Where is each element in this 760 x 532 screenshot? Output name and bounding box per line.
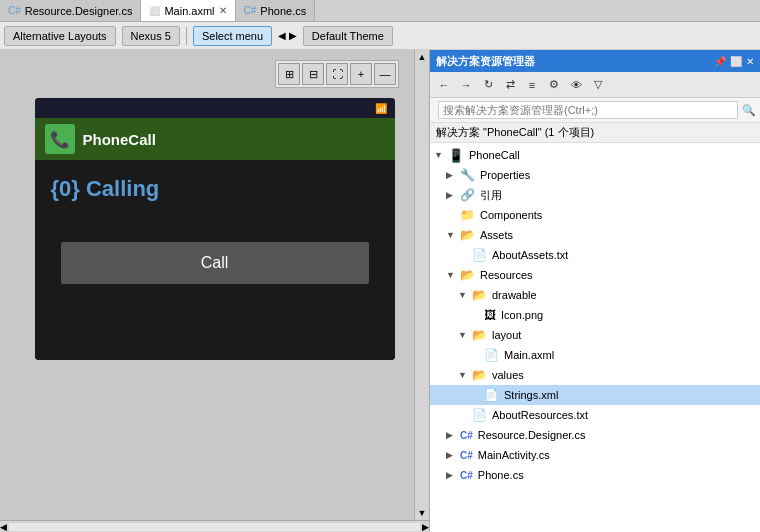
android-status-bar: 📶	[35, 98, 395, 118]
sync-button[interactable]: ⇄	[500, 75, 520, 95]
folder-open-icon: 📂	[472, 368, 487, 382]
tree-item-icon-png[interactable]: ▶ 🖼 Icon.png	[430, 305, 760, 325]
wifi-icon: 📶	[375, 103, 387, 114]
nexus5-button[interactable]: Nexus 5	[122, 26, 180, 46]
preview-overlay-toolbar: ⊞ ⊟ ⛶ + —	[275, 60, 399, 88]
tree-item-phone-cs[interactable]: ▶ C# Phone.cs	[430, 465, 760, 485]
preview-button[interactable]: 👁	[566, 75, 586, 95]
tree-label: Main.axml	[504, 349, 554, 361]
close-button[interactable]: ✕	[746, 56, 754, 67]
folder-open-icon: 📂	[460, 228, 475, 242]
tree-label: 引用	[480, 188, 502, 203]
app-icon: 📞	[45, 124, 75, 154]
window-button[interactable]: ⬜	[730, 56, 742, 67]
tree-item-properties[interactable]: ▶ 🔧 Properties	[430, 165, 760, 185]
add-button[interactable]: +	[350, 63, 372, 85]
horizontal-scrollbar[interactable]: ◀ ▶	[0, 520, 429, 532]
tab-bar: C# Resource.Designer.cs ⬜ Main.axml ✕ C#…	[0, 0, 760, 22]
tree-label: layout	[492, 329, 521, 341]
tree-item-values[interactable]: ▼ 📂 values	[430, 365, 760, 385]
tree-label: AboutAssets.txt	[492, 249, 568, 261]
close-icon[interactable]: ✕	[219, 5, 227, 16]
tree-item-aboutassets[interactable]: ▶ 📄 AboutAssets.txt	[430, 245, 760, 265]
cs-icon: C#	[460, 430, 473, 441]
xml-icon: 📄	[484, 348, 499, 362]
tree-item-drawable[interactable]: ▼ 📂 drawable	[430, 285, 760, 305]
phone-preview: 📶 📞 PhoneCall {0} Calling Call	[0, 50, 429, 520]
designer-panel: ⊞ ⊟ ⛶ + — 📶 📞 PhoneCall	[0, 50, 430, 532]
tree-label: Components	[480, 209, 542, 221]
scroll-right-arrow[interactable]: ▶	[422, 522, 429, 532]
image-icon: 🖼	[484, 308, 496, 322]
minus-button[interactable]: —	[374, 63, 396, 85]
tree-label: MainActivity.cs	[478, 449, 550, 461]
solution-label: 解决方案 "PhoneCall" (1 个项目)	[430, 123, 760, 143]
tree-item-strings-xml[interactable]: ▶ 📄 Strings.xml	[430, 385, 760, 405]
app-title: PhoneCall	[83, 131, 156, 148]
scroll-left-arrow[interactable]: ◀	[0, 522, 7, 532]
txt-icon: 📄	[472, 248, 487, 262]
tree-arrow: ▼	[458, 370, 470, 380]
tree-label: Assets	[480, 229, 513, 241]
call-button[interactable]: Call	[61, 242, 369, 284]
arrow-icon: ◀ ▶	[278, 30, 297, 41]
tree-item-main-axml[interactable]: ▶ 📄 Main.axml	[430, 345, 760, 365]
tree-item-layout[interactable]: ▼ 📂 layout	[430, 325, 760, 345]
refresh-button[interactable]: ↻	[478, 75, 498, 95]
tree-label: Resource.Designer.cs	[478, 429, 586, 441]
tree-item-assets[interactable]: ▼ 📂 Assets	[430, 225, 760, 245]
tab-label: Phone.cs	[260, 5, 306, 17]
tree-arrow: ▼	[458, 290, 470, 300]
tree-item-resources[interactable]: ▼ 📂 Resources	[430, 265, 760, 285]
solution-explorer-title: 解决方案资源管理器	[436, 54, 535, 69]
phone-icon: 📱	[448, 148, 464, 163]
tree-arrow: ▼	[446, 270, 458, 280]
tree-label: Phone.cs	[478, 469, 524, 481]
tree-arrow: ▶	[446, 470, 458, 480]
android-content: {0} Calling Call	[35, 160, 395, 360]
back-button[interactable]: ←	[434, 75, 454, 95]
forward-button[interactable]: →	[456, 75, 476, 95]
fullscreen-button[interactable]: ⛶	[326, 63, 348, 85]
grid-view-button[interactable]: ⊞	[278, 63, 300, 85]
settings-button[interactable]: ⚙	[544, 75, 564, 95]
tree-item-aboutresources[interactable]: ▶ 📄 AboutResources.txt	[430, 405, 760, 425]
tab-phone-cs[interactable]: C# Phone.cs	[236, 0, 316, 21]
search-bar: 🔍	[430, 98, 760, 123]
tree-arrow: ▶	[446, 170, 458, 180]
alternative-layouts-button[interactable]: Alternative Layouts	[4, 26, 116, 46]
tree-arrow: ▶	[446, 430, 458, 440]
properties-button[interactable]: ≡	[522, 75, 542, 95]
tab-main-axml[interactable]: ⬜ Main.axml ✕	[141, 0, 235, 21]
default-theme-button[interactable]: Default Theme	[303, 26, 393, 46]
list-view-button[interactable]: ⊟	[302, 63, 324, 85]
separator	[186, 27, 187, 45]
scroll-up-arrow[interactable]: ▲	[416, 50, 429, 64]
scroll-down-arrow[interactable]: ▼	[416, 506, 429, 520]
vertical-scrollbar[interactable]: ▲ ▼	[414, 50, 429, 520]
pin-button[interactable]: 📌	[714, 56, 726, 67]
tree-arrow: ▼	[446, 230, 458, 240]
tab-resource-designer[interactable]: C# Resource.Designer.cs	[0, 0, 141, 21]
tree-item-references[interactable]: ▶ 🔗 引用	[430, 185, 760, 205]
scroll-track	[9, 523, 420, 531]
tree-label: AboutResources.txt	[492, 409, 588, 421]
select-menu-button[interactable]: Select menu	[193, 26, 272, 46]
search-input[interactable]	[438, 101, 738, 119]
tree-label: Properties	[480, 169, 530, 181]
cs-icon: C#	[460, 470, 473, 481]
tree-arrow: ▼	[458, 330, 470, 340]
filter-button[interactable]: ▽	[588, 75, 608, 95]
xml-file-icon: 📄	[484, 388, 499, 402]
tree-item-phonecall[interactable]: ▼ 📱 PhoneCall	[430, 145, 760, 165]
tree-arrow: ▶	[446, 450, 458, 460]
calling-text: {0} Calling	[51, 176, 379, 202]
tree-item-mainactivity[interactable]: ▶ C# MainActivity.cs	[430, 445, 760, 465]
references-icon: 🔗	[460, 188, 475, 202]
tree-item-components[interactable]: ▶ 📁 Components	[430, 205, 760, 225]
tree-label: drawable	[492, 289, 537, 301]
tree-label: values	[492, 369, 524, 381]
tree-item-resource-designer[interactable]: ▶ C# Resource.Designer.cs	[430, 425, 760, 445]
cs-icon: C#	[8, 5, 21, 16]
search-icon[interactable]: 🔍	[742, 104, 756, 117]
